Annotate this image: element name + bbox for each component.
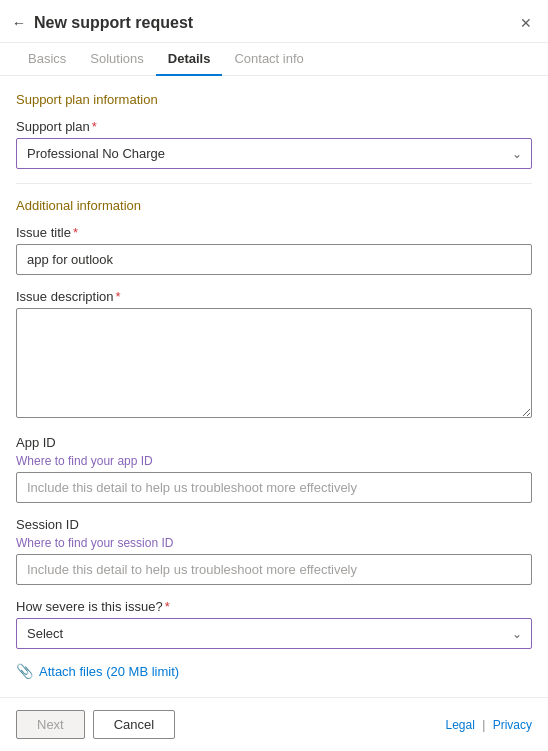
issue-title-label: Issue title* <box>16 225 532 240</box>
attach-icon: 📎 <box>16 663 33 679</box>
app-id-label: App ID <box>16 435 532 450</box>
support-plan-wrapper: Professional No Charge ⌄ <box>16 138 532 169</box>
tab-contactinfo[interactable]: Contact info <box>222 43 315 76</box>
legal-link[interactable]: Legal <box>445 718 474 732</box>
app-id-group: App ID Where to find your app ID <box>16 435 532 503</box>
support-plan-label: Support plan* <box>16 119 532 134</box>
tabs-bar: Basics Solutions Details Contact info <box>0 43 548 76</box>
additional-info-title: Additional information <box>16 198 532 213</box>
next-button[interactable]: Next <box>16 710 85 739</box>
tab-solutions[interactable]: Solutions <box>78 43 155 76</box>
footer-pipe: | <box>482 718 485 732</box>
content-area: Support plan information Support plan* P… <box>0 76 548 697</box>
window-title: New support request <box>34 14 193 32</box>
attach-files-button[interactable]: Attach files (20 MB limit) <box>39 664 179 679</box>
support-plan-select[interactable]: Professional No Charge <box>16 138 532 169</box>
issue-description-label: Issue description* <box>16 289 532 304</box>
session-id-group: Session ID Where to find your session ID <box>16 517 532 585</box>
support-plan-section: Support plan information Support plan* P… <box>16 92 532 169</box>
severity-label: How severe is this issue?* <box>16 599 532 614</box>
footer: Next Cancel Legal | Privacy <box>0 697 548 751</box>
support-request-window: ← New support request ✕ Basics Solutions… <box>0 0 548 751</box>
support-plan-section-title: Support plan information <box>16 92 532 107</box>
tab-details[interactable]: Details <box>156 43 223 76</box>
tab-basics[interactable]: Basics <box>16 43 78 76</box>
app-id-link[interactable]: Where to find your app ID <box>16 454 532 468</box>
title-bar: ← New support request ✕ <box>0 0 548 43</box>
close-button[interactable]: ✕ <box>520 15 532 31</box>
session-id-input[interactable] <box>16 554 532 585</box>
severity-wrapper: Select Critical High Moderate Minimal ⌄ <box>16 618 532 649</box>
issue-description-group: Issue description* <box>16 289 532 421</box>
cancel-button[interactable]: Cancel <box>93 710 175 739</box>
title-left: ← New support request <box>12 14 193 32</box>
issue-title-group: Issue title* <box>16 225 532 275</box>
issue-description-textarea[interactable] <box>16 308 532 418</box>
attach-files-row: 📎 Attach files (20 MB limit) <box>16 663 532 679</box>
privacy-link[interactable]: Privacy <box>493 718 532 732</box>
app-id-input[interactable] <box>16 472 532 503</box>
issue-title-input[interactable] <box>16 244 532 275</box>
back-button[interactable]: ← <box>12 15 26 31</box>
session-id-label: Session ID <box>16 517 532 532</box>
additional-info-section: Additional information Issue title* Issu… <box>16 198 532 679</box>
section-divider <box>16 183 532 184</box>
session-id-link[interactable]: Where to find your session ID <box>16 536 532 550</box>
footer-links: Legal | Privacy <box>445 718 532 732</box>
footer-actions: Next Cancel <box>16 710 175 739</box>
severity-select[interactable]: Select Critical High Moderate Minimal <box>16 618 532 649</box>
severity-group: How severe is this issue?* Select Critic… <box>16 599 532 649</box>
